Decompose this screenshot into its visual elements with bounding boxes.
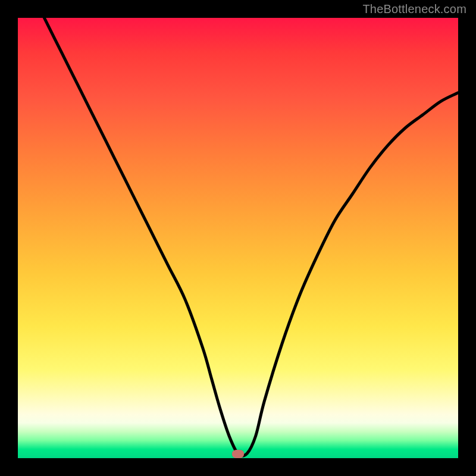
chart-plot-area bbox=[18, 18, 458, 458]
chart-frame: TheBottleneck.com bbox=[0, 0, 476, 476]
watermark-text: TheBottleneck.com bbox=[362, 2, 466, 16]
